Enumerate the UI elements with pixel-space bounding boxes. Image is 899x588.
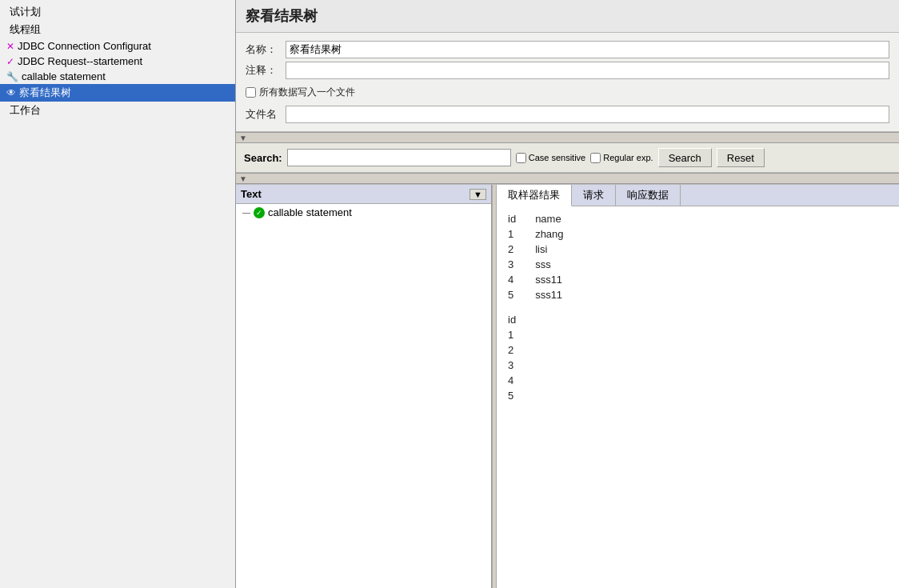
table-row: 5sss11	[505, 287, 580, 302]
sidebar-item-label: 工作台	[10, 103, 41, 118]
regular-exp-checkbox[interactable]	[590, 153, 601, 163]
table-row: 1zhang	[505, 226, 580, 242]
status-success-icon: ✓	[254, 207, 265, 218]
tab-response-data[interactable]: 响应数据	[616, 185, 681, 206]
expand-icon: —	[242, 208, 250, 217]
name-row: 名称：	[246, 41, 889, 58]
form-area: 名称： 注释： 所有数据写入一个文件 文件名	[236, 33, 899, 132]
data-tabs: 取样器结果 请求 响应数据	[497, 185, 899, 206]
sidebar-item-view-tree[interactable]: 👁 察看结果树	[0, 84, 235, 102]
regular-exp-group: Regular exp.	[590, 153, 653, 163]
reset-button[interactable]: Reset	[717, 148, 765, 167]
node-label-callable: callable statement	[268, 206, 352, 218]
table-row: 5	[505, 388, 580, 403]
regular-exp-label: Regular exp.	[603, 153, 653, 162]
results-area: Text ▼ — ✓ callable statement 取样器结果 请求 响…	[236, 184, 899, 588]
sidebar-item-label: 察看结果树	[19, 86, 71, 100]
tab-request[interactable]: 请求	[572, 185, 616, 206]
sidebar-item-callable[interactable]: 🔧 callable statement	[0, 69, 235, 84]
sidebar-item-label: JDBC Request--startement	[18, 55, 142, 67]
search-input[interactable]	[287, 149, 511, 166]
name-input[interactable]	[286, 41, 889, 58]
case-sensitive-group: Case sensitive	[516, 153, 586, 163]
page-title: 察看结果树	[236, 0, 899, 33]
search-label: Search:	[244, 152, 282, 164]
jdbc-icon: ✕	[6, 41, 14, 52]
divider-arrow-icon-2: ▼	[239, 174, 247, 183]
tree-panel: Text ▼ — ✓ callable statement	[236, 185, 492, 588]
filename-input[interactable]	[286, 106, 889, 123]
sidebar-item-label: callable statement	[22, 70, 106, 82]
main-content: 察看结果树 名称： 注释： 所有数据写入一个文件 文件名 ▼ Search: C…	[236, 0, 899, 588]
tab-sampler-result[interactable]: 取样器结果	[497, 185, 572, 206]
search-bar: Search: Case sensitive Regular exp. Sear…	[236, 143, 899, 173]
tree-collapse-button[interactable]: ▼	[469, 189, 486, 200]
divider-arrow-icon: ▼	[239, 134, 247, 142]
table-row: 2	[505, 342, 580, 358]
table-row: 2lisi	[505, 242, 580, 257]
table-row: id	[505, 312, 580, 327]
sidebar-item-jdbc-request[interactable]: ✓ JDBC Request--startement	[0, 54, 235, 69]
sidebar-item-workbench[interactable]: 工作台	[0, 102, 235, 119]
sidebar-item-label: 线程组	[10, 22, 41, 37]
data-table: idname1zhang2lisi3sss4sss115sss11 id1234…	[497, 206, 899, 408]
sidebar-item-thread-group[interactable]: 线程组	[0, 21, 235, 38]
divider-bottom: ▼	[236, 173, 899, 184]
sidebar: 试计划 线程组 ✕ JDBC Connection Configurat ✓ J…	[0, 0, 236, 588]
write-all-checkbox[interactable]	[246, 87, 256, 98]
table-row: idname	[505, 211, 580, 226]
table-row: 3sss	[505, 257, 580, 272]
jdbc-request-icon: ✓	[6, 56, 14, 67]
write-all-row: 所有数据写入一个文件	[246, 82, 889, 102]
sidebar-item-label: 试计划	[10, 5, 41, 19]
sidebar-item-test-plan[interactable]: 试计划	[0, 3, 235, 21]
comment-row: 注释：	[246, 62, 889, 79]
comment-label: 注释：	[246, 63, 286, 78]
filename-row: 文件名	[246, 106, 889, 123]
comment-input[interactable]	[286, 62, 889, 79]
data-panel: 取样器结果 请求 响应数据 idname1zhang2lisi3sss4sss1…	[497, 185, 899, 588]
table-row: 4sss11	[505, 272, 580, 287]
table-row: 1	[505, 327, 580, 342]
table-row: 3	[505, 358, 580, 373]
write-all-label: 所有数据写入一个文件	[259, 86, 355, 99]
sidebar-item-label: JDBC Connection Configurat	[18, 40, 151, 52]
divider-top: ▼	[236, 132, 899, 143]
tree-header: Text ▼	[236, 185, 491, 204]
search-button[interactable]: Search	[658, 148, 712, 167]
tree-node-callable[interactable]: — ✓ callable statement	[236, 204, 491, 221]
view-tree-icon: 👁	[6, 87, 16, 98]
callable-icon: 🔧	[6, 71, 18, 82]
case-sensitive-checkbox[interactable]	[516, 153, 526, 163]
case-sensitive-label: Case sensitive	[529, 153, 586, 162]
sidebar-item-jdbc-config[interactable]: ✕ JDBC Connection Configurat	[0, 38, 235, 54]
filename-label: 文件名	[246, 107, 286, 122]
name-label: 名称：	[246, 42, 286, 57]
tree-column-header: Text	[241, 188, 469, 200]
table-row: 4	[505, 373, 580, 388]
